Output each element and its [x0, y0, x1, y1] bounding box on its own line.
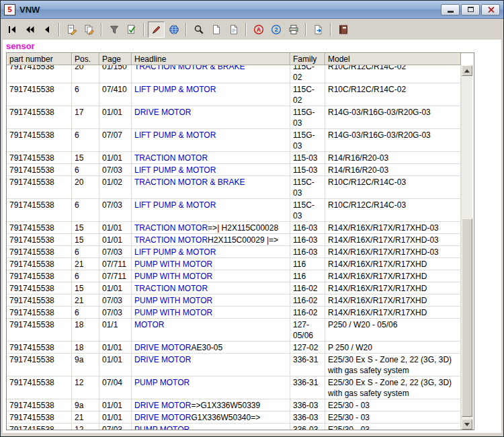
- table-row[interactable]: 7917415538607/410LIFT PUMP & MOTOR115C-0…: [7, 83, 461, 106]
- cell-headline: DRIVE MOTORAE30-05: [132, 342, 290, 354]
- nav-back-button[interactable]: [38, 22, 55, 38]
- maximize-icon: [468, 7, 474, 12]
- table-row[interactable]: 79174155382107/03PUMP WITH MOTOR116-02R1…: [7, 294, 461, 307]
- headline-link[interactable]: TRACTION MOTOR & BRAKE: [134, 177, 245, 187]
- cell-model: R10C/R12C/R14C-02: [325, 65, 461, 83]
- scroll-up-button[interactable]: [462, 65, 472, 76]
- headline-link[interactable]: PUMP MOTOR: [134, 378, 190, 387]
- headline-link[interactable]: DRIVE MOTOR: [134, 108, 191, 117]
- cell-page: 01/01: [99, 399, 132, 411]
- headline-link[interactable]: LIFT PUMP & MOTOR: [134, 247, 216, 257]
- table-row[interactable]: 79174155381501/01TRACTION MOTOR116-02R14…: [7, 282, 461, 294]
- headline-link[interactable]: PUMP WITH MOTOR: [134, 296, 212, 305]
- cell-model: R10C/R12C/R14C-03: [325, 199, 461, 222]
- arrow-down-icon: [464, 423, 470, 429]
- column-header-model[interactable]: Model: [325, 53, 461, 65]
- vertical-scrollbar[interactable]: [461, 65, 472, 430]
- toolbar: A2: [1, 19, 503, 40]
- zoom-button[interactable]: [190, 22, 207, 38]
- nav-rewind-button[interactable]: [21, 22, 38, 38]
- cell-headline: LIFT PUMP & MOTOR: [132, 199, 290, 222]
- table-row[interactable]: 79174155381207/04PUMP MOTOR336-31E25/30 …: [7, 376, 461, 399]
- minimize-button[interactable]: [441, 4, 460, 15]
- close-button[interactable]: [481, 4, 500, 15]
- headline-link[interactable]: DRIVE MOTOR: [134, 355, 191, 364]
- headline-link[interactable]: TRACTION MOTOR: [134, 153, 208, 163]
- cell-headline: LIFT PUMP & MOTOR: [132, 164, 290, 176]
- headline-link[interactable]: PUMP MOTOR: [134, 425, 190, 430]
- headline-link[interactable]: TRACTION MOTOR: [134, 223, 208, 233]
- column-header-family[interactable]: Family: [290, 53, 325, 65]
- column-header-page[interactable]: Page: [99, 53, 132, 65]
- table-row[interactable]: 79174155381501/01TRACTION MOTOR=>| H2X11…: [7, 222, 461, 234]
- table-row[interactable]: 79174155381501/01TRACTION MOTOR115-03R14…: [7, 152, 461, 164]
- column-header-headline[interactable]: Headline: [132, 53, 290, 65]
- table-row[interactable]: 7917415538607/03PUMP WITH MOTOR116-02R14…: [7, 307, 461, 319]
- table-row[interactable]: 7917415538607/03LIFT PUMP & MOTOR115C-03…: [7, 199, 461, 222]
- pen-button[interactable]: [148, 22, 165, 38]
- checklist-button[interactable]: [123, 22, 140, 38]
- toolbar-separator: [185, 23, 187, 36]
- headline-link[interactable]: DRIVE MOTOR: [134, 413, 191, 422]
- table-row[interactable]: 79174155382001/150TRACTION MOTOR & BRAKE…: [7, 65, 461, 83]
- headline-link[interactable]: LIFT PUMP & MOTOR: [134, 85, 216, 94]
- toolbar-separator: [330, 23, 331, 36]
- book-button[interactable]: [335, 22, 351, 38]
- headline-link[interactable]: DRIVE MOTOR: [134, 343, 191, 352]
- cell-page: 01/01: [99, 234, 132, 246]
- headline-link[interactable]: TRACTION MOTOR: [134, 284, 208, 293]
- table-row[interactable]: 79174155382107/711PUMP WITH MOTOR116R14X…: [7, 258, 461, 270]
- headline-link[interactable]: LIFT PUMP & MOTOR: [134, 165, 216, 175]
- table-row[interactable]: 79174155381501/01TRACTION MOTORH2X115C00…: [7, 234, 461, 246]
- export-button[interactable]: [310, 22, 327, 38]
- table-row[interactable]: 79174155382101/01DRIVE MOTORG1X336W50340…: [7, 411, 461, 424]
- table-row[interactable]: 7917415538607/07LIFT PUMP & MOTOR115G-03…: [7, 129, 461, 152]
- print-button[interactable]: [285, 22, 302, 38]
- nav-first-button[interactable]: [3, 22, 20, 38]
- table-row[interactable]: 79174155381801/01DRIVE MOTORAE30-05127-0…: [7, 342, 461, 354]
- headline-link[interactable]: PUMP WITH MOTOR: [134, 272, 212, 281]
- page-copy-button[interactable]: [225, 22, 242, 38]
- cell-page: 07/03: [99, 246, 132, 258]
- cell-page: 01/01: [99, 106, 132, 129]
- table-row[interactable]: 7917415538607/03LIFT PUMP & MOTOR116-03R…: [7, 246, 461, 258]
- edit-button[interactable]: [63, 22, 80, 38]
- globe-button[interactable]: [165, 22, 182, 38]
- table-row[interactable]: 79174155381701/01DRIVE MOTOR115G-03R14G-…: [7, 106, 461, 129]
- headline-link[interactable]: PUMP WITH MOTOR: [134, 260, 212, 269]
- table-row[interactable]: 79174155389a01/01DRIVE MOTOR336-31E25/30…: [7, 354, 461, 376]
- headline-link[interactable]: DRIVE MOTOR: [134, 401, 191, 410]
- table-row[interactable]: 79174155381801/1MOTOR127-05/06P250 / W20…: [7, 319, 461, 342]
- cell-part-number: 7917415538: [7, 65, 72, 83]
- maximize-button[interactable]: [461, 4, 480, 15]
- scroll-thumb[interactable]: [462, 218, 472, 417]
- cell-family: 116-03: [290, 234, 325, 246]
- scroll-down-button[interactable]: [462, 419, 472, 430]
- headline-link[interactable]: PUMP WITH MOTOR: [134, 308, 212, 317]
- cell-family: 116-03: [290, 222, 325, 234]
- headline-link[interactable]: LIFT PUMP & MOTOR: [134, 130, 216, 140]
- table-row[interactable]: 79174155382001/02TRACTION MOTOR & BRAKE1…: [7, 176, 461, 199]
- edit-copy-button[interactable]: [81, 22, 97, 38]
- table-row[interactable]: 79174155389a01/01DRIVE MOTOR=>G1X336W503…: [7, 399, 461, 411]
- filter-button[interactable]: [106, 22, 122, 38]
- table-row[interactable]: 7917415538607/711PUMP WITH MOTOR116R14X/…: [7, 270, 461, 282]
- table-row[interactable]: 7917415538607/03LIFT PUMP & MOTOR115-03R…: [7, 164, 461, 176]
- marker-2-button[interactable]: 2: [267, 22, 284, 38]
- column-header-part-number[interactable]: part number: [7, 53, 72, 65]
- table-row[interactable]: 79174155381207/03PUMP MOTOR336-03E25/30 …: [7, 424, 461, 430]
- table-body: 79174155382001/150TRACTION MOTOR & BRAKE…: [7, 65, 461, 430]
- cell-page: 07/03: [99, 294, 132, 307]
- cell-part-number: 7917415538: [7, 342, 72, 354]
- page-view-button[interactable]: [208, 22, 224, 38]
- column-header-pos[interactable]: Pos.: [72, 53, 99, 65]
- cell-family: 116: [290, 270, 325, 282]
- headline-link[interactable]: LIFT PUMP & MOTOR: [134, 200, 216, 210]
- headline-link[interactable]: TRACTION MOTOR: [134, 235, 208, 245]
- titlebar[interactable]: 5 VNW: [1, 1, 503, 19]
- marker-a-button[interactable]: A: [250, 22, 267, 38]
- cell-headline: DRIVE MOTOR: [132, 354, 290, 376]
- headline-link[interactable]: MOTOR: [134, 320, 164, 329]
- headline-link[interactable]: TRACTION MOTOR & BRAKE: [134, 65, 245, 71]
- cell-part-number: 7917415538: [7, 164, 72, 176]
